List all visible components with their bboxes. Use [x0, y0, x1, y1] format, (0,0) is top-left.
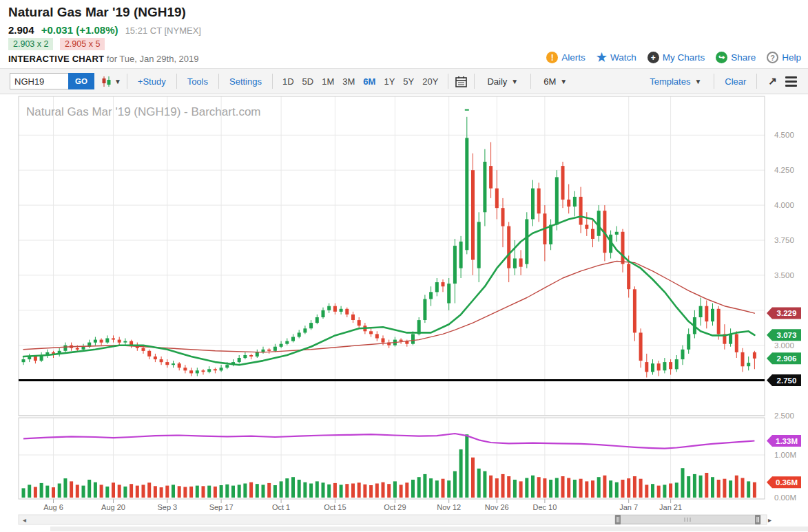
candle: [615, 232, 619, 235]
price-badge-text: 3.229: [777, 309, 797, 317]
volume-bar: [70, 481, 73, 498]
candle: [531, 189, 535, 220]
volume-bar: [207, 486, 211, 498]
volume-bar: [465, 434, 468, 498]
scroll-left-arrow-icon[interactable]: ◂: [23, 516, 26, 524]
candle: [34, 357, 37, 361]
x-axis-label: Dec 10: [532, 503, 557, 511]
volume-bar: [249, 482, 253, 498]
volume-bar: [183, 487, 187, 498]
browser-scrollbar[interactable]: [50, 526, 808, 531]
price-badge-text: 2.906: [777, 354, 797, 363]
scrollbar-handle-left[interactable]: [615, 515, 621, 524]
candle: [675, 359, 678, 369]
price-axis-label: 3.500: [774, 271, 794, 279]
candle: [657, 363, 661, 370]
volume-bar: [615, 482, 619, 498]
candle: [345, 309, 349, 315]
candle: [94, 340, 97, 343]
volume-bar: [178, 486, 181, 498]
volume-bar: [130, 484, 133, 498]
candle: [495, 189, 499, 209]
candle: [663, 362, 666, 370]
volume-bar: [513, 480, 517, 498]
candle: [172, 363, 175, 365]
volume-bar: [285, 478, 289, 498]
volume-bar: [639, 479, 643, 498]
volume-bar: [400, 485, 403, 498]
candle: [477, 222, 481, 268]
volume-bar: [645, 485, 648, 498]
volume-bar: [603, 476, 606, 498]
volume-bar: [123, 487, 127, 498]
candle: [627, 264, 630, 290]
volume-bar: [507, 476, 510, 498]
volume-bar: [729, 480, 732, 498]
volume-bar: [477, 469, 481, 498]
candle: [322, 310, 325, 317]
volume-badge-text: 0.36M: [776, 478, 798, 487]
candle: [729, 334, 732, 343]
volume-bar: [387, 484, 391, 498]
volume-bar: [669, 484, 672, 498]
volume-bar: [165, 486, 169, 498]
candle: [267, 350, 271, 351]
x-axis-label: Oct 1: [272, 503, 290, 511]
x-axis-label: Sep 17: [209, 503, 234, 511]
candle: [105, 339, 109, 343]
volume-axis-label: 1.00M: [774, 451, 796, 459]
x-axis-label: Jan 21: [659, 503, 682, 511]
volume-bar: [94, 482, 97, 498]
volume-bar: [28, 485, 31, 498]
volume-bar: [417, 477, 421, 498]
candle: [645, 362, 648, 372]
x-axis-label: Aug 6: [43, 503, 63, 511]
candle: [202, 370, 205, 372]
candle: [112, 339, 115, 340]
candle: [375, 334, 379, 338]
candles-layer: [22, 117, 756, 378]
volume-bar: [435, 480, 439, 498]
candle: [243, 355, 247, 358]
volume-bar: [45, 486, 49, 498]
candle: [442, 282, 445, 286]
candle: [400, 340, 403, 341]
candle: [189, 370, 193, 373]
x-axis-label: Nov 12: [437, 503, 461, 511]
volume-bar: [405, 482, 408, 498]
volume-bar: [519, 481, 523, 498]
candle: [513, 259, 517, 268]
candle: [165, 362, 169, 365]
candle: [435, 282, 439, 292]
candle: [633, 289, 636, 332]
candle: [214, 369, 217, 370]
chart-watermark: Natural Gas Mar '19 (NGH19) - Barchart.c…: [26, 105, 261, 118]
volume-bar: [411, 480, 415, 498]
x-axis-label: Jan 7: [619, 503, 638, 511]
volume-bar: [693, 474, 696, 498]
chart-canvas[interactable]: Aug 6Aug 20Sep 3Sep 17Oct 1Oct 15Oct 29N…: [0, 0, 808, 532]
volume-bar: [597, 477, 601, 498]
volume-bar: [256, 484, 259, 498]
candle: [621, 232, 625, 264]
volume-bar: [105, 487, 109, 498]
candle: [225, 365, 229, 368]
x-axis-label: Sep 3: [157, 503, 177, 511]
volume-bar: [214, 487, 217, 498]
candle: [22, 359, 25, 362]
scroll-right-arrow-icon[interactable]: ▸: [768, 516, 771, 524]
candle: [549, 225, 552, 245]
candle: [717, 309, 721, 334]
volume-axis-label: 0.00M: [774, 493, 796, 502]
volume-bar: [22, 488, 25, 498]
scrollbar-handle-right[interactable]: [755, 515, 760, 524]
volume-bar: [531, 476, 535, 498]
candle: [447, 284, 450, 304]
volume-bar: [442, 479, 445, 498]
volume-bar: [723, 479, 726, 498]
candle: [573, 197, 577, 206]
candle: [291, 337, 295, 341]
volume-bar: [549, 480, 552, 498]
candle: [196, 370, 199, 373]
volume-bar: [447, 480, 450, 498]
